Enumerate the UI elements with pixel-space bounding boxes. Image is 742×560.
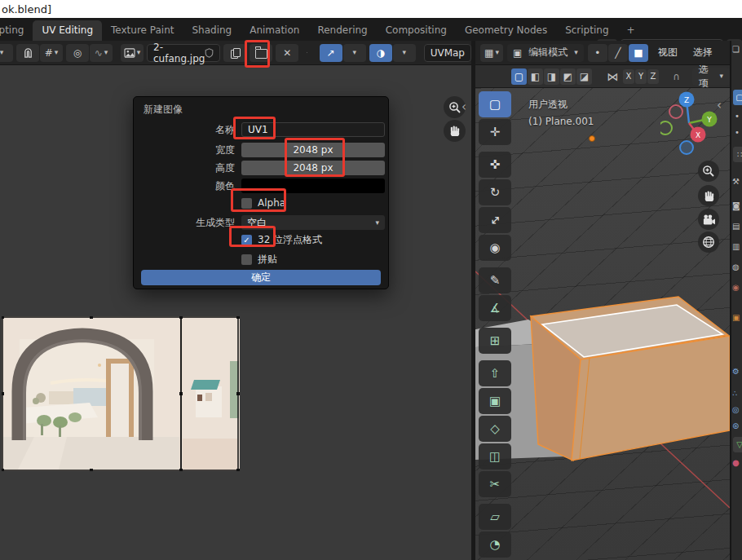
menu-select[interactable]: 选择: [687, 46, 718, 60]
display-channels-button[interactable]: ◑: [369, 44, 392, 62]
workspace-tab-rendering[interactable]: Rendering: [308, 20, 376, 41]
proportional-edit-button[interactable]: ◎: [66, 44, 89, 62]
tool-cursor[interactable]: ✛: [479, 119, 511, 145]
annotation-box-float-format: [229, 226, 276, 247]
tool-extrude-region[interactable]: ⇧: [479, 360, 511, 386]
gizmo-z-label: Z: [684, 96, 689, 104]
tool-inset-faces[interactable]: ▣: [479, 388, 511, 414]
properties-tab-material[interactable]: ●: [732, 459, 740, 467]
select-mode-new-button[interactable]: ▢: [511, 68, 527, 85]
ok-button[interactable]: 确定: [141, 270, 381, 285]
mirror-x-button[interactable]: X: [623, 69, 634, 84]
chevron-down-icon: ▾: [719, 73, 723, 80]
navigation-gizmo[interactable]: Z Y X: [660, 90, 726, 158]
viewport-editor-type-button[interactable]: ▦ ▾: [480, 44, 503, 62]
workspace-tab-sculpting[interactable]: culpting: [0, 20, 33, 41]
viewport-canvas[interactable]: 用户透视 (1) Plane.001 ▢ ✛ ✜ ↻ ↔ ◉ ✎ ∡ ⊞ ⇧ ▣…: [475, 88, 730, 560]
tool-move[interactable]: ✜: [479, 152, 511, 178]
properties-tab-object[interactable]: ▣: [732, 314, 740, 322]
properties-tab-render[interactable]: ◙: [732, 202, 740, 210]
workspace-tab-texture-paint[interactable]: Texture Paint: [102, 20, 183, 41]
workspace-tab-compositing[interactable]: Compositing: [377, 20, 456, 41]
view-label: 用户透视: [528, 98, 568, 112]
uv-sidebar-collapse-arrow[interactable]: ‹: [462, 101, 466, 113]
uvmap-field[interactable]: UVMap: [424, 44, 471, 62]
mirror-z-button[interactable]: Z: [647, 69, 659, 84]
vertex-select-button[interactable]: •: [588, 44, 607, 62]
properties-tab-constraints[interactable]: ⊛: [732, 422, 739, 430]
tool-measure[interactable]: ∡: [479, 295, 511, 321]
uv-editor-type-button[interactable]: ▾: [0, 44, 13, 62]
snap-increment-icon: #: [45, 48, 53, 58]
workspace-tab-shading[interactable]: Shading: [183, 20, 241, 41]
falloff-dropdown[interactable]: ∿ ▾: [90, 44, 113, 62]
properties-tab-data[interactable]: ▽: [733, 437, 742, 452]
select-box-icon: ▢: [489, 97, 501, 112]
close-icon: ✕: [283, 48, 291, 58]
workspace-tab-animation[interactable]: Animation: [241, 20, 308, 41]
image-browse-button[interactable]: ▾: [121, 44, 144, 62]
tiled-checkbox[interactable]: [241, 254, 252, 265]
tool-annotate[interactable]: ✎: [479, 267, 511, 293]
unlink-image-button[interactable]: ✕: [276, 44, 298, 62]
image-name-field[interactable]: 2-cufang.jpg: [147, 44, 220, 62]
tool-bevel[interactable]: ◇: [479, 416, 511, 442]
face-select-button[interactable]: ■: [629, 44, 648, 62]
vertex-select-icon: •: [594, 48, 600, 58]
uv-reference-image[interactable]: [2, 316, 240, 471]
properties-tab-tool-active[interactable]: ▢: [733, 90, 742, 105]
bevel-icon: ◇: [490, 421, 500, 436]
workspace-tab-geometry-nodes[interactable]: Geometry Nodes: [456, 20, 556, 41]
proportional-falloff-button[interactable]: ∩: [669, 68, 684, 85]
tool-scale[interactable]: ↔: [479, 207, 511, 233]
select-mode-invert-button[interactable]: ◩: [560, 68, 576, 85]
inset-icon: ▣: [489, 394, 501, 408]
properties-tab-collapsed[interactable]: ∷: [733, 147, 742, 162]
properties-tab-particles[interactable]: ∴: [732, 390, 737, 398]
tool-transform[interactable]: ◉: [479, 235, 511, 261]
tool-loop-cut[interactable]: ◫: [479, 443, 511, 470]
new-image-button[interactable]: [223, 44, 246, 62]
snap-target-dropdown[interactable]: # ▾: [40, 44, 63, 62]
properties-tab-output[interactable]: ▤: [732, 223, 740, 231]
properties-editor-icon[interactable]: ❏: [732, 46, 740, 54]
uv-pivot-button[interactable]: ↗: [320, 44, 342, 62]
viewport-sidebar-collapse-arrow[interactable]: ‹: [717, 99, 722, 112]
shield-icon[interactable]: [205, 48, 214, 58]
pin-icon[interactable]: [307, 47, 307, 58]
display-channels-dropdown[interactable]: ▾: [393, 44, 416, 62]
menu-view[interactable]: 视图: [652, 46, 683, 60]
uv-pan-button[interactable]: [444, 120, 466, 142]
annotation-box-new-image-button: [245, 40, 270, 68]
uv-pivot-dropdown[interactable]: ▾: [343, 44, 366, 62]
workspace-tab-uv-editing[interactable]: UV Editing: [33, 20, 102, 41]
viewport-zoom-button[interactable]: [698, 161, 719, 182]
viewport-camera-button[interactable]: [698, 209, 719, 230]
tool-poly-build[interactable]: ▱: [479, 504, 511, 530]
mirror-icon[interactable]: ⋈: [607, 71, 618, 82]
properties-tab-tool[interactable]: ⚒: [732, 178, 740, 186]
select-mode-intersect-button[interactable]: ◪: [576, 68, 592, 85]
generated-type-label: 生成类型: [134, 216, 235, 230]
properties-tab-scene[interactable]: ◍: [732, 263, 740, 271]
tool-add-cube[interactable]: ⊞: [479, 328, 511, 354]
properties-tab-view-layer[interactable]: ▥: [732, 243, 740, 251]
tool-select-box[interactable]: ▢: [479, 91, 511, 117]
tool-spin[interactable]: ◔: [479, 531, 511, 558]
viewport-perspective-button[interactable]: [698, 231, 719, 253]
select-mode-extend-button[interactable]: ◧: [528, 68, 543, 85]
properties-tab-modifiers[interactable]: ⚙: [732, 368, 740, 376]
tiled-label[interactable]: 拼贴: [258, 253, 277, 267]
properties-tab-physics[interactable]: ◎: [732, 406, 740, 414]
mirror-y-button[interactable]: Y: [635, 69, 647, 84]
options-dropdown[interactable]: 选项 ▾: [692, 68, 730, 86]
viewport-pan-button[interactable]: [698, 185, 719, 206]
snap-toggle-button[interactable]: [16, 44, 39, 62]
scale-icon: ↔: [486, 211, 504, 229]
mode-dropdown[interactable]: ▣ 编辑模式 ▾: [507, 44, 584, 62]
tool-knife[interactable]: ✂: [479, 471, 511, 497]
select-mode-subtract-button[interactable]: ◨: [544, 68, 559, 85]
tool-rotate[interactable]: ↻: [479, 179, 511, 205]
properties-tab-world[interactable]: ◉: [732, 284, 740, 292]
edge-select-button[interactable]: ╱: [608, 44, 628, 62]
